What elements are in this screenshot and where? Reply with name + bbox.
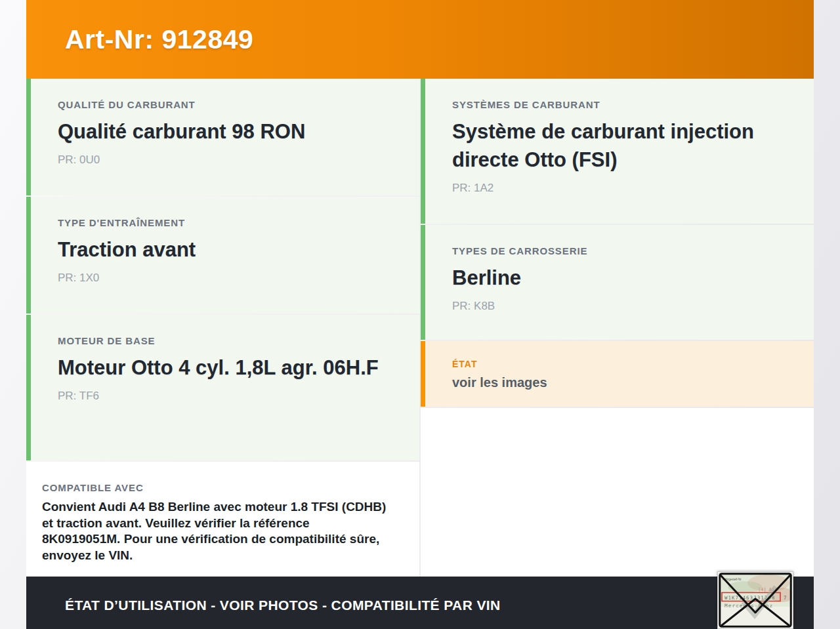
- left-column: QUALITÉ DU CARBURANT Qualité carburant 9…: [26, 79, 419, 577]
- card-fuel-quality: QUALITÉ DU CARBURANT Qualité carburant 9…: [26, 79, 419, 195]
- card-title: Système de carburant injection directe O…: [452, 117, 754, 174]
- card-title: Berline: [452, 264, 797, 292]
- card-body-type: TYPES DE CARROSSERIE Berline PR: K8B: [421, 225, 814, 340]
- footer-bar: ÉTAT D’UTILISATION - VOIR PHOTOS - COMPA…: [26, 577, 814, 629]
- page-title: Art-Nr: 912849: [65, 24, 253, 55]
- svg-text:7: 7: [784, 595, 787, 601]
- product-card-page: Art-Nr: 912849 QUALITÉ DU CARBURANT Qual…: [0, 0, 840, 629]
- see-images-text: voir les images: [452, 375, 797, 390]
- card-pr-code: PR: 1A2: [452, 182, 797, 195]
- card-label: TYPE D'ENTRAÎNEMENT: [58, 217, 402, 228]
- cards-grid: QUALITÉ DU CARBURANT Qualité carburant 9…: [26, 79, 814, 577]
- card-condition: ÉTAT voir les images: [421, 341, 814, 407]
- card-compatibility: COMPATIBLE AVEC Convient Audi A4 B8 Berl…: [26, 462, 419, 577]
- card-pr-code: PR: 0U0: [58, 153, 402, 167]
- card-drive-type: TYPE D'ENTRAÎNEMENT Traction avant PR: 1…: [26, 197, 419, 314]
- empty-white-area: [421, 408, 814, 577]
- card-fuel-system: SYSTÈMES DE CARBURANT Système de carbura…: [421, 79, 814, 224]
- vin-document-image: Fahrgestell-Nr. |4| AiA W1K71463J31298 7…: [717, 571, 793, 629]
- content-area: Art-Nr: 912849 QUALITÉ DU CARBURANT Qual…: [26, 0, 814, 629]
- card-pr-code: PR: K8B: [452, 300, 797, 313]
- card-title: Qualité carburant 98 RON: [58, 117, 402, 146]
- card-label: TYPES DE CARROSSERIE: [452, 245, 797, 256]
- header-banner: Art-Nr: 912849: [26, 0, 814, 79]
- compatibility-text: Convient Audi A4 B8 Berline avec moteur …: [42, 499, 388, 563]
- card-label: QUALITÉ DU CARBURANT: [58, 99, 402, 110]
- card-title: Traction avant: [58, 235, 402, 264]
- card-pr-code: PR: 1X0: [58, 272, 402, 285]
- card-base-engine: MOTEUR DE BASE Moteur Otto 4 cyl. 1,8L a…: [26, 315, 419, 460]
- card-label: MOTEUR DE BASE: [58, 335, 402, 346]
- card-title: Moteur Otto 4 cyl. 1,8L agr. 06H.F: [58, 354, 402, 382]
- footer-text: ÉTAT D’UTILISATION - VOIR PHOTOS - COMPA…: [65, 598, 501, 613]
- card-label: SYSTÈMES DE CARBURANT: [452, 99, 797, 110]
- right-column: SYSTÈMES DE CARBURANT Système de carbura…: [421, 79, 814, 577]
- card-pr-code: PR: TF6: [58, 390, 402, 403]
- envelope-over-document-icon: Fahrgestell-Nr. |4| AiA W1K71463J31298 7…: [719, 573, 792, 628]
- card-label: ÉTAT: [452, 359, 797, 369]
- card-label: COMPATIBLE AVEC: [42, 482, 402, 493]
